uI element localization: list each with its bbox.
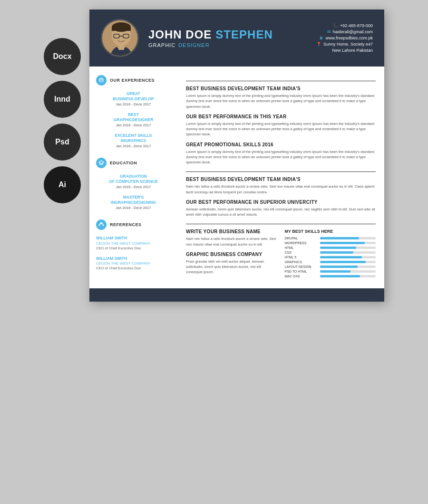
- references-header: REFERENCES: [96, 219, 171, 230]
- skill-name-1: WORDPRESS: [285, 241, 317, 245]
- skill-name-2: HTML: [285, 246, 317, 249]
- title-highlight: DESIGNER: [178, 42, 209, 48]
- skill-bar-bg-5: [320, 261, 376, 263]
- skill-bar-bg-0: [320, 237, 376, 239]
- exp-right-title-0: BEST BUSINESS DEVELOPMENT TEAM INDIA'S: [186, 86, 376, 91]
- contact-email: ✉ haiderali@gmail.com: [316, 29, 373, 34]
- references-icon: [96, 219, 107, 230]
- phone-number: +92-465-879-000: [340, 23, 373, 28]
- skill-name-5: GRAPHICS: [285, 260, 317, 264]
- divider-1: [186, 81, 376, 81]
- exp-right-text-0: Lorem Ipsum is simply dummy text of the …: [186, 93, 376, 109]
- address-line1: Sunny Home, Society e47: [323, 42, 373, 47]
- exp-right-title-1: OUR BEST PERFORMANCE IN THIS YEAR: [186, 114, 376, 119]
- exp-title-2: EXCELENT SKILLSINGRAPHICS: [96, 133, 171, 143]
- edu-right-title-0: BEST BUSINESS DEVELOPMENT TEAM INDIA'S: [186, 177, 376, 182]
- skill-bar-bg-7: [320, 270, 376, 273]
- resume-header: JOHN DOE STEPHEN GRAPHIC DESIGNER 📞 +92-…: [89, 10, 384, 67]
- bottom-text-1: Proin gravida nibh vel velit auctor aliq…: [186, 259, 277, 275]
- bottom-title-1: GRAPHIC BUSINESS COMPANY: [186, 252, 277, 257]
- exp-date-2: Jan 2016 - Dece 2017: [96, 144, 171, 148]
- edu-entry-0: GRADUATIONOF COMPUTER SCIENCE Jan 2016 -…: [96, 174, 171, 189]
- format-innd[interactable]: Innd: [44, 81, 81, 118]
- skills-section: MY BEST SKILLS HERE DRUPAL WORDPRESS HTM…: [285, 229, 376, 279]
- skill-bar-bg-1: [320, 242, 376, 244]
- ref-entry-1: WILLIAM SMITH CEOON THE WEST COMPANY CEO…: [96, 256, 171, 270]
- avatar: [101, 19, 139, 57]
- exp-right-1: OUR BEST PERFORMANCE IN THIS YEAR Lorem …: [186, 114, 376, 137]
- bottom-text-0: Nam nec tellus a odio tincidunt auctor a…: [186, 236, 277, 247]
- skill-row-5: GRAPHICS: [285, 260, 376, 264]
- experiences-section-left: OUR EXPERIENCES GREATBUSINESS DEVELOP Ja…: [96, 75, 171, 148]
- skill-row-6: LAYOUT DESIGN: [285, 265, 376, 268]
- svg-rect-3: [112, 27, 131, 31]
- bottom-entry-1: GRAPHIC BUSINESS COMPANY Proin gravida n…: [186, 252, 277, 275]
- exp-right-text-1: Lorem Ipsum is simply dummy text of the …: [186, 121, 376, 137]
- email-icon: ✉: [327, 29, 331, 34]
- svg-rect-7: [118, 45, 124, 50]
- skill-row-4: HTML 5: [285, 256, 376, 259]
- bottom-row: WRITE YOUR BUSINESS NAME Nam nec tellus …: [186, 229, 376, 279]
- edu-right-text-0: Nam nec tellus a odio tincidunt auctor a…: [186, 184, 376, 195]
- format-psd[interactable]: Psd: [44, 124, 81, 161]
- bottom-title-0: WRITE YOUR BUSINESS NAME: [186, 229, 277, 234]
- title-plain: GRAPHIC: [148, 42, 175, 48]
- ref-company-0: CEOON THE WEST COMPANY: [96, 241, 171, 246]
- skill-name-8: MAC OXS: [285, 275, 317, 278]
- ref-company-1: CEOON THE WEST COMPANY: [96, 261, 171, 266]
- location-icon: 📍: [316, 42, 321, 47]
- skill-bar-fill-2: [320, 247, 356, 249]
- header-title: GRAPHIC DESIGNER: [148, 42, 307, 48]
- ref-name-0: WILLIAM SMITH: [96, 236, 171, 241]
- skill-bar-fill-0: [320, 237, 359, 239]
- format-docx[interactable]: Docx: [44, 38, 81, 75]
- edu-right-1: OUR BEST PERFORMANCE IN SUPERIOR UNIVERC…: [186, 200, 376, 218]
- exp-entry-1: BESTGRAPHICDESIGNER Jan 2016 - Dece 2017: [96, 112, 171, 127]
- resume-body: OUR EXPERIENCES GREATBUSINESS DEVELOP Ja…: [89, 67, 384, 288]
- skills-title: MY BEST SKILLS HERE: [285, 229, 376, 234]
- skill-row-8: MAC OXS: [285, 275, 376, 278]
- edu-title-0: GRADUATIONOF COMPUTER SCIENCE: [96, 174, 171, 184]
- skills-container: DRUPAL WORDPRESS HTML CSS HTML 5: [285, 237, 376, 278]
- references-title: REFERENCES: [110, 222, 142, 227]
- divider-2: [186, 171, 376, 172]
- edu-date-1: Jan 2016 - Dece 2017: [96, 206, 171, 210]
- bottom-entry-0: WRITE YOUR BUSINESS NAME Nam nec tellus …: [186, 229, 277, 247]
- education-title: EDUCATION: [110, 161, 137, 165]
- references-section-left: REFERENCES WILLIAM SMITH CEOON THE WEST …: [96, 219, 171, 270]
- education-header: EDUCATION: [96, 158, 171, 168]
- website-url: www.freepsdbies.com.pk: [325, 36, 373, 40]
- skill-row-3: CSS: [285, 251, 376, 254]
- left-column: OUR EXPERIENCES GREATBUSINESS DEVELOP Ja…: [89, 67, 177, 288]
- exp-right-title-2: GREAT PROMOTIONAL SKILLS 2016: [186, 142, 376, 147]
- page-wrapper: Docx Innd Psd Ai: [44, 10, 384, 302]
- contact-address2: New Lahore Pakistan: [316, 48, 373, 53]
- contact-address1: 📍 Sunny Home, Society e47: [316, 42, 373, 47]
- skill-bar-bg-4: [320, 256, 376, 258]
- skill-name-3: CSS: [285, 251, 317, 254]
- skill-bar-fill-3: [320, 251, 354, 254]
- skill-bar-bg-6: [320, 266, 376, 268]
- ref-name-1: WILLIAM SMITH: [96, 256, 171, 261]
- edu-right-0: BEST BUSINESS DEVELOPMENT TEAM INDIA'S N…: [186, 177, 376, 195]
- exp-date-0: Jan 2016 - Dece 2017: [96, 102, 171, 106]
- header-name-block: JOHN DOE STEPHEN GRAPHIC DESIGNER: [148, 28, 307, 48]
- header-contact: 📞 +92-465-879-000 ✉ haiderali@gmail.com …: [316, 23, 373, 53]
- skill-bar-fill-7: [320, 270, 351, 273]
- resume: JOHN DOE STEPHEN GRAPHIC DESIGNER 📞 +92-…: [89, 10, 384, 302]
- bottom-left: WRITE YOUR BUSINESS NAME Nam nec tellus …: [186, 229, 277, 279]
- format-ai[interactable]: Ai: [44, 166, 81, 203]
- exp-entry-2: EXCELENT SKILLSINGRAPHICS Jan 2016 - Dec…: [96, 133, 171, 148]
- edu-entry-1: MASTER'SINGRAPHICDESIGNING Jan 2016 - De…: [96, 195, 171, 210]
- exp-entry-0: GREATBUSINESS DEVELOP Jan 2016 - Dece 20…: [96, 91, 171, 106]
- resume-footer: [89, 288, 384, 302]
- ref-desc-1: CEO of Chief Excective Doe: [96, 266, 171, 270]
- web-icon: 🖥: [319, 36, 323, 40]
- skill-bar-fill-6: [320, 266, 358, 268]
- address-line2: New Lahore Pakistan: [332, 48, 373, 53]
- format-buttons: Docx Innd Psd Ai: [44, 38, 81, 203]
- ref-entry-0: WILLIAM SMITH CEOON THE WEST COMPANY CEO…: [96, 236, 171, 250]
- skill-row-0: DRUPAL: [285, 237, 376, 240]
- education-icon: [96, 158, 107, 168]
- exp-title-0: GREATBUSINESS DEVELOP: [96, 91, 171, 102]
